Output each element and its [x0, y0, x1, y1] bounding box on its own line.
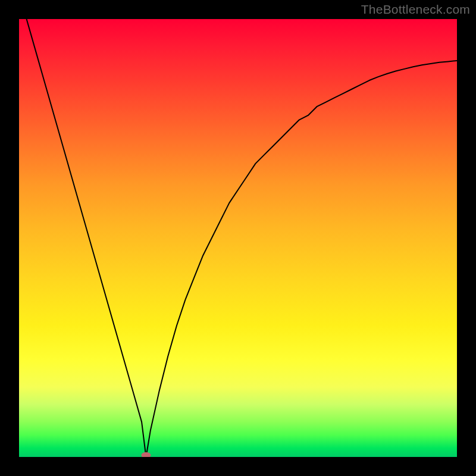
chart-frame: TheBottleneck.com [0, 0, 476, 476]
chart-svg [19, 19, 457, 457]
bottleneck-curve [19, 19, 457, 457]
plot-area [19, 19, 457, 457]
watermark-text: TheBottleneck.com [361, 2, 470, 17]
min-point-marker [141, 452, 151, 457]
